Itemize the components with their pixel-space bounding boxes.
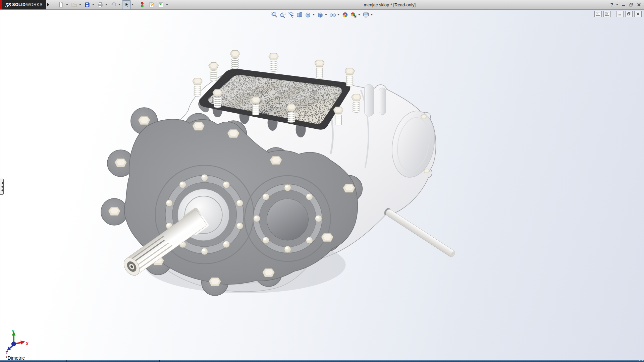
right-cover [253,184,322,253]
view-settings-icon [363,11,369,18]
menu-expand-arrow[interactable] [47,3,49,6]
minimize-button[interactable] [621,2,626,7]
select-button[interactable] [122,0,131,9]
dropdown-caret[interactable] [92,4,94,5]
dropdown-caret[interactable] [66,4,68,5]
view-orientation-button[interactable] [304,11,312,18]
input-shaft [383,207,457,258]
close-button[interactable] [637,2,641,7]
feature-manager-collapsed-tab[interactable] [0,179,4,195]
chevron-left-icon [1,189,3,191]
solidworks-logo: ƷS SOLID WORKS [2,0,46,9]
graphics-area[interactable]: Y X Z [0,9,644,362]
main-toolbar [57,0,169,9]
options-button[interactable] [157,0,165,9]
status-separator [159,360,160,362]
title-bar: ƷS SOLID WORKS [0,0,644,10]
dropdown-caret[interactable] [358,14,360,15]
zoom-to-fit-icon [271,11,278,18]
help-button[interactable]: ? [610,2,613,7]
display-style-button[interactable] [317,11,324,18]
new-document-icon [58,2,64,8]
zoom-to-area-icon [279,11,286,18]
minimize-icon [621,2,626,7]
solidworks-window: ƷS SOLID WORKS [0,0,644,362]
zoom-to-fit-button[interactable] [271,11,278,18]
view-settings-button[interactable] [362,11,370,18]
dropdown-caret[interactable] [105,4,107,5]
save-icon [84,2,90,8]
zoom-to-area-button[interactable] [279,11,286,18]
close-document-icon [636,12,640,16]
restore-icon [629,2,634,7]
triad-y-label: Y [12,329,14,334]
edit-appearance-beachball-icon [342,11,348,18]
dropdown-caret[interactable] [337,14,339,15]
section-view-icon [296,11,303,18]
gearbox-model: Y X Z [0,9,644,362]
triad-z-label: Z [5,351,8,355]
chevron-left-icon [1,182,3,184]
feature-pane-left-button[interactable] [594,11,602,17]
print-icon [97,2,103,8]
brand-text-works: WORKS [26,2,42,7]
edit-appearance-button[interactable] [341,11,349,18]
dropdown-caret[interactable] [79,4,81,5]
open-document-button[interactable] [70,0,78,9]
previous-view-icon [288,11,294,18]
help-dropdown-caret[interactable] [616,4,618,5]
status-bar [0,360,644,362]
triad-x-label: X [26,342,29,346]
document-window-controls [594,11,642,17]
dropdown-caret[interactable] [371,14,373,15]
restore-button[interactable] [629,2,634,7]
window-controls: ? [610,2,641,7]
hide-show-items-glasses-icon [329,11,336,18]
dropdown-caret[interactable] [313,14,315,15]
dropdown-caret[interactable] [118,4,120,5]
dropdown-caret[interactable] [131,4,133,5]
options-checklist-icon [158,2,164,8]
view-orientation-icon [305,11,311,18]
select-cursor-icon [123,2,129,8]
dropdown-caret[interactable] [325,14,327,15]
feature-pane-right-icon [605,12,609,16]
headsup-view-toolbar [271,11,374,18]
file-properties-icon [149,2,155,8]
dropdown-caret[interactable] [166,4,168,5]
brand-text-solid: SOLID [12,2,25,7]
hide-show-items-button[interactable] [329,11,336,18]
undo-button[interactable] [109,0,118,9]
status-separator [111,360,111,362]
previous-view-button[interactable] [287,11,295,18]
minimize-document-icon [618,12,622,16]
feature-pane-right-button[interactable] [603,11,611,17]
status-separator [66,360,67,362]
section-view-button[interactable] [296,11,303,18]
new-document-button[interactable] [57,0,65,9]
apply-scene-button[interactable] [350,11,357,18]
rebuild-button[interactable] [138,0,147,9]
orientation-triad: Y X Z [5,329,29,355]
window-title: menjac sklop * [Read-only] [169,2,610,7]
rebuild-traffic-light-icon [139,2,145,8]
close-icon [637,2,641,7]
resize-grip[interactable] [639,360,643,361]
minimize-document-button[interactable] [616,11,624,17]
close-document-button[interactable] [634,11,642,17]
dassault-logo-icon: ƷS [5,2,11,7]
chevron-left-icon [1,186,3,188]
restore-document-button[interactable] [625,11,633,17]
print-button[interactable] [96,0,105,9]
save-button[interactable] [83,0,92,9]
apply-scene-icon [350,11,357,18]
restore-document-icon [627,12,631,16]
feature-pane-left-icon [596,12,600,16]
open-document-icon [71,2,77,8]
undo-icon [110,2,116,8]
display-style-icon [317,11,324,18]
file-properties-button[interactable] [147,0,156,9]
